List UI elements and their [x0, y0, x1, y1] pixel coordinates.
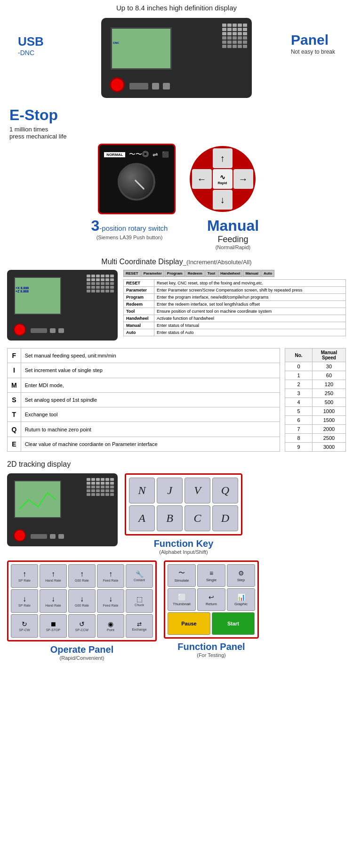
menu-btn-auto[interactable]: Auto: [261, 270, 274, 277]
func-desc-i: Set increment value of single step: [21, 363, 280, 378]
usb-sub: -DNC: [18, 49, 44, 57]
func-key-d[interactable]: D: [212, 505, 238, 531]
menu-btn-manual[interactable]: Manual: [243, 270, 261, 277]
right-arrow-key[interactable]: →: [233, 169, 253, 189]
hand-rate-down-btn[interactable]: ↓ Hand Rate: [40, 589, 67, 613]
function-panel-area: 〜 Simulate ≡ Single ⚙ Step ⬜: [164, 560, 259, 658]
usb-label: USB: [18, 34, 44, 49]
speed-col-manual: ManualSpeed: [312, 349, 345, 362]
table-row: I Set increment value of single step: [8, 363, 280, 378]
operate-panel-label: Operate Panel: [50, 644, 114, 655]
table-row: E Clear value of machine coordiante on P…: [8, 437, 280, 451]
estop-label: E-Stop: [9, 106, 58, 123]
func-key-a[interactable]: A: [129, 505, 155, 531]
menu-btn-reset[interactable]: RESET: [123, 270, 141, 277]
func-key-s: S: [8, 392, 21, 407]
func-key-t: T: [8, 407, 21, 422]
estop-info: E-Stop 1 million times press mechanical …: [9, 106, 94, 140]
speed-value: 2500: [312, 434, 345, 443]
func-key-v[interactable]: V: [185, 478, 210, 503]
menu-btn-parameter[interactable]: Parameter: [141, 270, 164, 277]
speed-table-row: 5 1000: [285, 407, 346, 416]
func-key-c[interactable]: C: [185, 505, 210, 531]
desc-cell: Enter status of Manual: [154, 322, 346, 329]
menu-btn-redeem[interactable]: Redeem: [185, 270, 205, 277]
function-key-table: F Set manual feeding speed, unit:mm/min …: [7, 348, 280, 452]
speed-value: 1000: [312, 407, 345, 416]
table-row: RESET Reset key, CNC reset, stop of the …: [124, 280, 346, 287]
speed-no: 7: [285, 425, 313, 434]
table-row: F Set manual feeding speed, unit:mm/min: [8, 349, 280, 363]
operate-panel-area: ↑ SP Rate ↑ Hand Rate ↑ G00 Rate ↑ Feed …: [7, 560, 157, 661]
desc-cell: Ensure position of current tool on machi…: [154, 308, 346, 315]
simulate-btn[interactable]: 〜 Simulate: [168, 564, 196, 587]
estop-desc: 1 million times press mechanical life: [9, 126, 94, 140]
func-key-q: Q: [8, 422, 21, 437]
speed-table: No. ManualSpeed 0 30 1 60 2 120 3 250 4 …: [285, 348, 346, 452]
func-key-e: E: [8, 437, 21, 451]
func-key-n[interactable]: N: [129, 478, 155, 503]
speed-value: 2000: [312, 425, 345, 434]
sp-cw-btn[interactable]: ↻ SP-CW: [11, 614, 38, 638]
step-btn[interactable]: ⚙ Step: [227, 564, 255, 587]
menu-description-table: RESET Reset key, CNC reset, stop of the …: [123, 279, 346, 336]
key-cell: Redeem: [124, 301, 154, 308]
graphic-btn[interactable]: 📊 Graphic: [227, 588, 255, 611]
machine-image-3: [7, 473, 118, 546]
desc-cell: Reset key, CNC reset, stop of the foxing…: [154, 280, 346, 287]
coolant-btn[interactable]: 🔧 Coolant: [126, 564, 153, 588]
manual-label: Manual: [207, 217, 259, 234]
function-panel-sub: (For Testing): [177, 652, 245, 658]
single-btn[interactable]: ≡ Single: [197, 564, 225, 587]
func-key-q[interactable]: Q: [212, 478, 238, 503]
function-key-sub: (Alphabet Input/Shift): [154, 549, 214, 555]
sp-stop-btn[interactable]: ⏹ SP-STOP: [40, 614, 67, 638]
table-row: Parameter Enter Parameter screen/Screw C…: [124, 287, 346, 294]
g00-rate-down-btn[interactable]: ↓ G00 Rate: [68, 589, 96, 613]
speed-table-row: 6 1500: [285, 416, 346, 425]
function-key-grid: N J V Q A B C D: [125, 473, 242, 535]
feed-rate-down-btn[interactable]: ↓ Feed Rate: [97, 589, 124, 613]
start-btn[interactable]: Start: [212, 612, 255, 635]
func-key-j[interactable]: J: [157, 478, 183, 503]
point-btn[interactable]: ◉ Point: [97, 614, 124, 638]
chuck-btn[interactable]: ⬚ Chuck: [126, 589, 153, 613]
pause-btn[interactable]: Pause: [168, 612, 210, 635]
thumbnail-btn[interactable]: ⬜ Thumbnail: [168, 588, 196, 611]
section2: E-Stop 1 million times press mechanical …: [0, 104, 353, 255]
speed-value: 3000: [312, 443, 345, 452]
g00-rate-up-btn[interactable]: ↑ G00 Rate: [68, 564, 96, 588]
speed-header: No. ManualSpeed: [285, 349, 346, 362]
func-desc-q: Ruturn to machine zero point: [21, 422, 280, 437]
sp-ccw-btn[interactable]: ↺ SP-CCW: [68, 614, 96, 638]
func-key-f: F: [8, 349, 21, 363]
speed-table-row: 2 120: [285, 380, 346, 389]
feed-rate-up-btn[interactable]: ↑ Feed Rate: [97, 564, 124, 588]
func-key-i: I: [8, 363, 21, 378]
exchange-btn[interactable]: ⇄ Exchange: [126, 614, 153, 638]
down-arrow-key[interactable]: ↓: [213, 190, 233, 210]
func-key-m: M: [8, 378, 21, 392]
menu-btn-tool[interactable]: Tool: [205, 270, 217, 277]
menu-btn-program[interactable]: Program: [165, 270, 185, 277]
hand-rate-up-btn[interactable]: ↑ Hand Rate: [40, 564, 67, 588]
manual-sub: (Normal/Rapid): [195, 244, 271, 250]
function-key-area: N J V Q A B C D Function Key (Alphabet I…: [125, 473, 242, 555]
speed-value: 30: [312, 362, 345, 371]
machine-image-1: CNC: [101, 18, 252, 98]
desc-cell: Enter Parameter screen/Screw Compensatio…: [154, 287, 346, 294]
operate-panel: ↑ SP Rate ↑ Hand Rate ↑ G00 Rate ↑ Feed …: [7, 560, 157, 641]
menu-btn-handwheel[interactable]: Handwheel: [218, 270, 242, 277]
rapid-center-key[interactable]: ∿ Rapid: [213, 169, 233, 189]
left-arrow-key[interactable]: ←: [192, 169, 212, 189]
up-arrow-key[interactable]: ↑: [213, 148, 233, 168]
function-panel: 〜 Simulate ≡ Single ⚙ Step ⬜: [164, 560, 259, 639]
rotary-switch-image: NORMAL 〜〜◎ ⇌ ⬛: [98, 144, 176, 214]
func-key-b[interactable]: B: [157, 505, 183, 531]
return-btn[interactable]: ↩ Return: [197, 588, 225, 611]
key-cell: Program: [124, 294, 154, 301]
sp-rate-down-btn[interactable]: ↓ SP Rate: [11, 589, 38, 613]
table-row: Tool Ensure position of current tool on …: [124, 308, 346, 315]
rotary-sub: (Siemens LA39 Push button): [82, 235, 176, 240]
sp-rate-up-btn[interactable]: ↑ SP Rate: [11, 564, 38, 588]
